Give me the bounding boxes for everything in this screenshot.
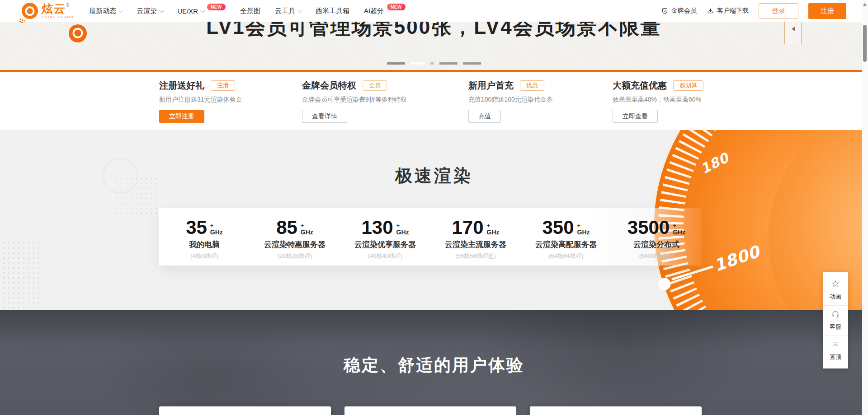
- star-icon: [831, 280, 840, 289]
- nav-item-ai-upscale[interactable]: AI超分 NEW: [357, 7, 413, 15]
- carousel-headline: LV1会员可管理场景500张，LV4会员场景不限量: [0, 22, 868, 38]
- experience-section: 稳定、舒适的用户体验: [0, 310, 868, 415]
- nav-item-news[interactable]: 最新动态: [82, 7, 129, 15]
- stat-my-computer: 35 +GHz 我的电脑 (4核8线程): [159, 208, 250, 266]
- promo-register-gift: 注册送好礼 注册 新用户注册送31元渲染体验金 立即注册: [159, 79, 242, 123]
- carousel-dot[interactable]: [439, 62, 458, 65]
- nav-item-panorama[interactable]: 全景图: [233, 7, 268, 15]
- chevron-down-icon: [159, 8, 164, 13]
- carousel-prev-button[interactable]: [784, 22, 802, 44]
- decor-dots: [0, 241, 42, 308]
- experience-title: 稳定、舒适的用户体验: [0, 354, 868, 377]
- registered-mark: ®: [66, 3, 69, 8]
- register-now-button[interactable]: 立即注册: [159, 110, 204, 123]
- carousel-dot-active[interactable]: [410, 62, 425, 65]
- feature-card: [159, 406, 331, 415]
- chevron-down-icon: [297, 8, 302, 13]
- brand-name: 炫云: [41, 3, 66, 14]
- hero-carousel: LV1会员可管理场景500张，LV4会员场景不限量: [0, 22, 868, 72]
- quick-menu-back-to-top[interactable]: 置顶: [823, 336, 848, 366]
- nav-item-cloud-render[interactable]: 云渲染: [129, 7, 170, 15]
- carousel-indicators: [0, 62, 868, 65]
- stat-highend-server: 350 +GHz 云渲染高配服务器 (64核64线程): [521, 208, 611, 266]
- page-scrollbar: [862, 0, 868, 415]
- scroll-up-arrow[interactable]: [863, 3, 867, 6]
- banner-logo-icon: [69, 24, 87, 42]
- promo-big-recharge: 大额充值优惠 超划算 效果图至高40%，动画至高60% 立即查看: [613, 79, 703, 123]
- gold-member-link[interactable]: 金牌会员: [661, 7, 697, 15]
- register-button[interactable]: 注册: [808, 3, 846, 19]
- chevron-down-icon: [118, 8, 123, 13]
- promo-badge: 注册: [211, 80, 235, 90]
- arrow-left-icon: [792, 27, 795, 31]
- header-actions: 金牌会员 客户端下载 登录 注册: [661, 0, 846, 22]
- new-badge: NEW: [207, 4, 226, 10]
- promo-desc: 充值100赠送100元渲染代金券: [468, 96, 553, 104]
- stat-premium-server: 130 +GHz 云渲染优享服务器 (40核40线程): [340, 208, 430, 266]
- client-download-link[interactable]: 客户端下载: [707, 7, 749, 15]
- stat-budget-server: 85 +GHz 云渲染特惠服务器 (28核28线程): [250, 208, 340, 266]
- quick-menu-animation[interactable]: 动画: [823, 275, 848, 305]
- stat-mainstream-server: 170 +GHz 云渲染主流服务器 (56核56线程起): [430, 208, 521, 266]
- main-nav: 最新动态 云渲染 UE/XR NEW 全景图 云工具 西米工具箱 AI超分 NE…: [82, 7, 413, 15]
- promo-desc: 金牌会员可享受渲染费9折等多种特权: [302, 96, 407, 104]
- promo-badge: 超划算: [673, 80, 703, 90]
- floating-quick-menu: 动画 客服 置顶: [823, 272, 848, 368]
- feature-card: [344, 406, 516, 415]
- feature-card: [530, 406, 702, 415]
- to-top-icon: [831, 340, 840, 349]
- carousel-dot[interactable]: [387, 62, 405, 65]
- promo-title: 新用户首充: [468, 79, 514, 92]
- promo-badge: 会员: [363, 80, 387, 90]
- promo-desc: 新用户注册送31元渲染体验金: [159, 96, 242, 104]
- quick-menu-support[interactable]: 客服: [823, 305, 848, 336]
- headset-icon: [831, 310, 840, 319]
- page: 炫云® SHINE CLOUD 最新动态 云渲染 UE/XR NEW 全景图 云…: [0, 0, 868, 415]
- promo-badge: 优惠: [520, 80, 544, 90]
- brand-subtitle: SHINE CLOUD: [42, 15, 74, 19]
- promo-title: 注册送好礼: [159, 79, 204, 92]
- nav-item-cloud-tools[interactable]: 云工具: [268, 7, 308, 15]
- chevron-down-icon: [200, 8, 205, 13]
- carousel-dot[interactable]: [430, 62, 434, 65]
- promo-first-recharge: 新用户首充 优惠 充值100赠送100元渲染代金券 充值: [468, 79, 553, 123]
- login-button[interactable]: 登录: [759, 3, 798, 19]
- nav-item-ximi-toolbox[interactable]: 西米工具箱: [308, 7, 357, 15]
- download-icon: [707, 7, 714, 15]
- shield-member-icon: [661, 7, 669, 15]
- promo-title: 金牌会员特权: [302, 79, 356, 92]
- stat-distributed: 3500 +GHz 云渲染分布式 (6400线程起): [611, 208, 702, 266]
- view-details-button[interactable]: 查看详情: [302, 110, 347, 123]
- promo-desc: 效果图至高40%，动画至高60%: [613, 96, 703, 104]
- scrollbar-thumb[interactable]: [863, 25, 867, 62]
- nav-item-ue-xr[interactable]: UE/XR NEW: [170, 7, 233, 15]
- top-navbar: 炫云® SHINE CLOUD 最新动态 云渲染 UE/XR NEW 全景图 云…: [0, 0, 868, 22]
- new-badge: NEW: [387, 4, 406, 10]
- site-logo[interactable]: 炫云® SHINE CLOUD: [22, 3, 74, 19]
- speed-stats-card: 35 +GHz 我的电脑 (4核8线程) 85 +GHz 云渲染特惠服务器 (2…: [159, 208, 702, 266]
- speed-section: 180 1800 极速渲染 35 +GHz 我的电脑 (4核8线程) 85 +G…: [0, 130, 868, 310]
- speed-section-title: 极速渲染: [0, 164, 868, 187]
- carousel-dot[interactable]: [463, 62, 481, 65]
- view-now-button[interactable]: 立即查看: [613, 110, 658, 123]
- promo-gold-member: 金牌会员特权 会员 金牌会员可享受渲染费9折等多种特权 查看详情: [302, 79, 407, 123]
- recharge-button[interactable]: 充值: [468, 110, 501, 123]
- logo-icon: [22, 3, 38, 19]
- promo-strip: 注册送好礼 注册 新用户注册送31元渲染体验金 立即注册 金牌会员特权 会员 金…: [0, 72, 868, 130]
- promo-title: 大额充值优惠: [613, 79, 667, 92]
